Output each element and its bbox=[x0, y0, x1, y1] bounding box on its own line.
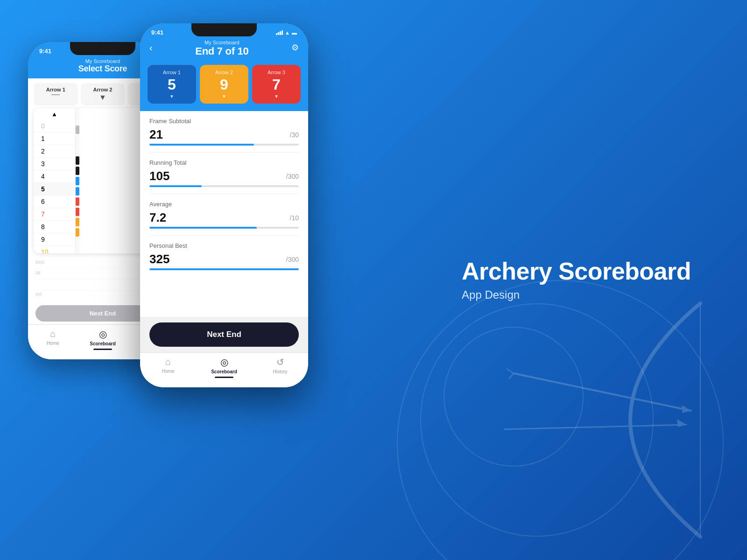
back-tab-scoreboard[interactable]: ◎ Scoreboard bbox=[78, 329, 128, 350]
front-stat-frame-subtotal: Frame Subtotal 21 /30 bbox=[149, 111, 299, 153]
front-arrow-tab-label-3: Arrow 3 bbox=[256, 70, 297, 75]
front-arrow-score-1: 5 bbox=[151, 77, 192, 92]
front-signal-4 bbox=[282, 30, 283, 35]
front-stat-average: Average 7.2 /10 bbox=[149, 194, 299, 236]
picker-num-9-1[interactable]: 9 bbox=[34, 233, 75, 246]
phone-back-notch bbox=[70, 42, 135, 55]
front-next-end-button[interactable]: Next End bbox=[149, 322, 299, 347]
svg-line-1 bbox=[514, 373, 691, 411]
back-status-time: 9:41 bbox=[39, 48, 51, 55]
front-tab-indicator bbox=[215, 377, 233, 378]
color-6 bbox=[76, 187, 79, 196]
front-back-button[interactable]: ‹ bbox=[149, 42, 153, 53]
front-stat-bar-pb bbox=[149, 268, 299, 270]
picker-num-6-1[interactable]: 6 bbox=[34, 196, 75, 208]
front-arrow-score-3: 7 bbox=[256, 77, 297, 92]
front-arrow-chevron-3: ▼ bbox=[256, 94, 297, 99]
front-stat-value-row-avg: 7.2 /10 bbox=[149, 210, 299, 225]
front-stat-label-running: Running Total bbox=[149, 159, 299, 166]
front-header-nav: ‹ My Scoreboard End 7 of 10 ⚙ bbox=[149, 38, 299, 57]
color-10 bbox=[76, 228, 79, 237]
picker-num-5-1[interactable]: 5 bbox=[34, 183, 75, 196]
front-stat-bar-avg bbox=[149, 227, 299, 229]
front-arrow-tab-3[interactable]: Arrow 3 7 ▼ bbox=[252, 65, 301, 104]
color-0 bbox=[76, 126, 79, 134]
front-signal-bars bbox=[276, 30, 283, 35]
app-title-sub: App Design bbox=[462, 289, 691, 302]
back-arrow-col-1[interactable]: Arrow 1 bbox=[34, 83, 78, 105]
back-tab-home[interactable]: ⌂ Home bbox=[28, 329, 78, 350]
color-1 bbox=[76, 136, 79, 144]
front-stat-fill-pb bbox=[149, 268, 299, 270]
front-stat-value-frame: 21 bbox=[149, 127, 163, 142]
front-stats-section: Frame Subtotal 21 /30 Running Total 105 … bbox=[140, 111, 308, 317]
color-9 bbox=[76, 218, 79, 226]
front-battery-icon: ▬ bbox=[292, 30, 297, 35]
front-arrow-tab-label-2: Arrow 2 bbox=[204, 70, 245, 75]
color-3 bbox=[76, 156, 79, 165]
front-status-icons: ▲ ▬ bbox=[276, 30, 297, 35]
front-header-subtitle: My Scoreboard bbox=[195, 38, 248, 45]
color-5 bbox=[76, 177, 79, 185]
front-arrow-tab-label-1: Arrow 1 bbox=[151, 70, 192, 75]
front-stat-bar-running bbox=[149, 185, 299, 187]
front-stat-value-avg: 7.2 bbox=[149, 210, 166, 225]
picker-color-indicators bbox=[76, 108, 79, 253]
front-arrow-chevron-1: ▼ bbox=[151, 94, 192, 99]
front-stat-fill-frame bbox=[149, 144, 254, 146]
front-history-icon: ↺ bbox=[276, 357, 284, 368]
picker-num-3-1[interactable]: 3 bbox=[34, 158, 75, 170]
bg-circle-2 bbox=[420, 303, 654, 537]
svg-marker-2 bbox=[682, 405, 691, 413]
svg-marker-4 bbox=[677, 419, 686, 427]
decorative-archery bbox=[467, 280, 747, 560]
phone-front-notch bbox=[191, 23, 257, 36]
picker-num-4-1[interactable]: 4 bbox=[34, 170, 75, 183]
back-scoreboard-icon: ◎ bbox=[99, 329, 107, 340]
front-status-time: 9:41 bbox=[151, 29, 163, 36]
front-home-label: Home bbox=[162, 369, 175, 374]
front-header-center: My Scoreboard End 7 of 10 bbox=[195, 38, 248, 57]
front-settings-button[interactable]: ⚙ bbox=[291, 42, 299, 53]
picker-num-2-1[interactable]: 2 bbox=[34, 145, 75, 158]
front-screen-header: ‹ My Scoreboard End 7 of 10 ⚙ bbox=[140, 38, 308, 65]
svg-line-6 bbox=[509, 373, 514, 379]
picker-num-0-1[interactable]: 0 bbox=[34, 120, 75, 133]
front-home-icon: ⌂ bbox=[165, 357, 171, 367]
front-stat-label-frame: Frame Subtotal bbox=[149, 118, 299, 125]
picker-num-10-1[interactable]: 10 bbox=[34, 246, 75, 253]
back-arrow-col-2[interactable]: Arrow 2 ▼ bbox=[81, 83, 125, 105]
color-2 bbox=[76, 146, 79, 154]
front-stat-value-row-frame: 21 /30 bbox=[149, 127, 299, 142]
app-title-section: Archery Scoreboard App Design bbox=[462, 258, 691, 301]
front-header-title: End 7 of 10 bbox=[195, 45, 248, 57]
front-signal-1 bbox=[276, 33, 277, 35]
front-stat-max-running: /300 bbox=[286, 173, 299, 180]
front-stat-label-avg: Average bbox=[149, 201, 299, 208]
front-tab-bar: ⌂ Home ◎ Scoreboard ↺ History bbox=[140, 352, 308, 387]
back-home-icon: ⌂ bbox=[50, 329, 56, 339]
phones-container: 9:41 My Scoreboard Select Score bbox=[28, 23, 308, 387]
picker-num-1-1[interactable]: 1 bbox=[34, 133, 75, 145]
front-arrow-tab-1[interactable]: Arrow 1 5 ▼ bbox=[148, 65, 196, 104]
front-tab-history[interactable]: ↺ History bbox=[252, 357, 308, 378]
picker-up-1[interactable]: ▲ bbox=[34, 108, 75, 120]
back-col-label-2: Arrow 2 bbox=[85, 87, 121, 92]
front-stat-max-avg: /10 bbox=[290, 214, 299, 222]
front-stat-max-pb: /300 bbox=[286, 256, 299, 263]
picker-num-7-1[interactable]: 7 bbox=[34, 208, 75, 221]
front-arrow-tab-2[interactable]: Arrow 2 9 ▼ bbox=[200, 65, 248, 104]
front-history-label: History bbox=[273, 369, 287, 374]
back-tab-indicator bbox=[93, 349, 112, 350]
picker-col-1: ▲ 0 1 2 3 4 5 6 7 8 9 10 ▼ bbox=[34, 108, 76, 253]
front-tab-scoreboard[interactable]: ◎ Scoreboard bbox=[196, 357, 252, 378]
front-tab-home[interactable]: ⌂ Home bbox=[140, 357, 196, 378]
back-stat-label-2: tal bbox=[35, 270, 41, 278]
front-stat-fill-avg bbox=[149, 227, 257, 229]
front-arrow-tabs: Arrow 1 5 ▼ Arrow 2 9 ▼ Arrow 3 7 ▼ bbox=[140, 65, 308, 111]
picker-num-8-1[interactable]: 8 bbox=[34, 221, 75, 233]
back-col-dash-1 bbox=[51, 94, 60, 95]
front-stat-value-running: 105 bbox=[149, 169, 169, 183]
front-stat-value-row-pb: 325 /300 bbox=[149, 252, 299, 266]
color-7 bbox=[76, 197, 79, 206]
